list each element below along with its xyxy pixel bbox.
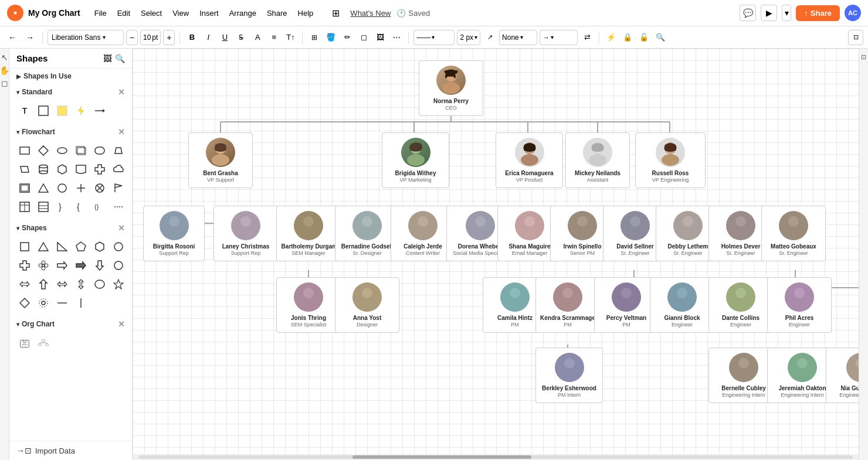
node-anna[interactable]: Anna Yost Designer [335, 277, 399, 333]
node-kendra[interactable]: Kendra Scrammage PM [535, 277, 600, 333]
org-hierarchy-shape[interactable] [35, 335, 52, 351]
node-nia[interactable]: Nia Gutkowski Engineering Intern [826, 347, 859, 403]
fc-double-rect[interactable] [73, 142, 89, 159]
fc-bracket-r[interactable]: { [73, 199, 89, 215]
user-avatar[interactable]: AC [845, 5, 861, 21]
fill-color-btn[interactable]: 🪣 [324, 30, 338, 45]
shapes-section-header[interactable]: ▾ Shapes ✕ [9, 220, 132, 236]
fc-cross[interactable] [91, 161, 108, 178]
import-data-btn[interactable]: →⊡ Import Data [9, 441, 132, 460]
menu-file[interactable]: File [90, 6, 111, 20]
standard-close-btn[interactable]: ✕ [118, 87, 125, 97]
fc-cloud[interactable] [110, 161, 127, 178]
node-laney[interactable]: Laney Christmas Support Rep [213, 206, 278, 261]
gear-shape[interactable] [35, 295, 52, 311]
fc-double-border[interactable] [16, 180, 33, 196]
text-shape[interactable]: T [16, 103, 33, 119]
horizontal-scrollbar[interactable] [133, 454, 859, 460]
align-btn[interactable]: ≡ [267, 30, 281, 45]
org-chart-close-btn[interactable]: ✕ [118, 319, 125, 329]
fc-flag[interactable] [110, 180, 127, 196]
right-panel-toggle-btn[interactable]: ⊡ [848, 30, 863, 45]
italic-btn[interactable]: I [201, 30, 215, 45]
node-bernadine[interactable]: Bernadine Godsell Sr. Designer [335, 206, 399, 261]
right-arrow-shape[interactable] [54, 257, 70, 274]
menu-insert[interactable]: Insert [195, 6, 223, 20]
canvas-area[interactable]: Norma Perry CEO Bent Grasha VP Support [133, 49, 859, 460]
flowchart-section-header[interactable]: ▾ Flowchart ✕ [9, 124, 132, 140]
down-arrow-shape[interactable] [91, 257, 108, 274]
table-btn[interactable]: ⊞ [307, 30, 321, 45]
lightning-btn[interactable]: ⚡ [604, 30, 618, 45]
star-shape[interactable] [110, 276, 127, 292]
line-color-btn[interactable]: ✏ [340, 30, 354, 45]
arrow-shape[interactable] [91, 103, 108, 119]
fc-bracket-both[interactable]: {} [91, 199, 108, 215]
fc-circle[interactable] [54, 180, 70, 196]
search-canvas-btn[interactable]: 🔍 [653, 30, 667, 45]
rect-shape[interactable] [35, 103, 52, 119]
node-vp-support[interactable]: Bent Grasha VP Support [188, 132, 253, 188]
fc-triangle[interactable] [35, 180, 52, 196]
h-stretch-arrow[interactable] [54, 276, 70, 292]
node-jonis[interactable]: Jonis Thring SEM Specialist [276, 277, 341, 333]
present-btn[interactable]: ▶ [761, 5, 777, 21]
vert-line-shape[interactable] [73, 295, 89, 311]
menu-view[interactable]: View [168, 6, 194, 20]
arrow-start-selector[interactable]: None ▾ [499, 30, 537, 45]
line-width-ctrl[interactable]: 2 px ▾ [457, 30, 480, 45]
line-style-selector[interactable]: —— ▾ [413, 30, 455, 45]
fc-rounded[interactable] [91, 142, 108, 159]
menu-select[interactable]: Select [136, 6, 167, 20]
waypoint-btn[interactable]: ↗ [483, 30, 497, 45]
left-right-arrow[interactable] [16, 276, 33, 292]
redo-btn[interactable]: → [22, 30, 38, 45]
fc-table2[interactable] [35, 199, 52, 215]
fc-hexagon[interactable] [54, 161, 70, 178]
fc-x-shape[interactable] [91, 180, 108, 196]
lightning-shape[interactable] [73, 103, 89, 119]
bold-btn[interactable]: B [185, 30, 199, 45]
lock-btn[interactable]: 🔒 [621, 30, 635, 45]
group-btn[interactable]: 🔓 [637, 30, 651, 45]
fc-ellipse[interactable] [54, 142, 70, 159]
share-button[interactable]: ↑ Share [796, 5, 840, 21]
tri-shape[interactable] [35, 238, 52, 255]
font-size-decrease[interactable]: − [126, 30, 138, 45]
fc-rect[interactable] [16, 142, 33, 159]
scrollbar-thumb[interactable] [352, 455, 531, 459]
fc-dash[interactable] [110, 199, 127, 215]
ellipse2-shape[interactable] [91, 276, 108, 292]
panel-search-icon[interactable]: 🔍 [115, 54, 125, 63]
fc-diamond[interactable] [35, 142, 52, 159]
menu-share[interactable]: Share [262, 6, 292, 20]
fc-doc[interactable] [73, 161, 89, 178]
shapes-in-use-header[interactable]: ▶ Shapes In Use [9, 69, 132, 84]
node-bartholemy[interactable]: Bartholemy Durgan SEM Manager [276, 206, 341, 261]
node-vp-marketing[interactable]: Brigida Withey VP Marketing [382, 132, 449, 188]
fc-bracket-l[interactable]: } [54, 199, 70, 215]
menu-help[interactable]: Help [293, 6, 318, 20]
pentagon-shape[interactable] [73, 238, 89, 255]
arrow-end-selector[interactable]: → ▾ [540, 30, 578, 45]
node-berkley[interactable]: Berkley Esherwood PM Intern [535, 347, 603, 403]
node-vp-product[interactable]: Erica Romaguera VP Product [496, 132, 563, 188]
node-ceo[interactable]: Norma Perry CEO [419, 60, 483, 116]
fc-table[interactable] [16, 199, 33, 215]
fc-trapezoid[interactable] [110, 142, 127, 159]
undo-btn[interactable]: ← [5, 30, 20, 45]
fc-plus[interactable] [73, 180, 89, 196]
more-btn[interactable]: ⋯ [389, 30, 404, 45]
strikethrough-btn[interactable]: S̶ [234, 30, 248, 45]
node-phil[interactable]: Phil Acres Engineer [767, 277, 832, 333]
whats-new-link[interactable]: What's New [345, 6, 395, 20]
list-btn[interactable]: T↑ [283, 30, 297, 45]
fc-parallelogram[interactable] [16, 161, 33, 178]
app-logo[interactable] [7, 5, 23, 21]
comment-btn[interactable]: 💬 [740, 5, 756, 21]
fc-cylinder[interactable] [35, 161, 52, 178]
circle-shape[interactable] [110, 238, 127, 255]
line-shape[interactable] [54, 295, 70, 311]
extensions-btn[interactable]: ⊞ [327, 5, 344, 21]
cross-shape[interactable] [16, 257, 33, 274]
